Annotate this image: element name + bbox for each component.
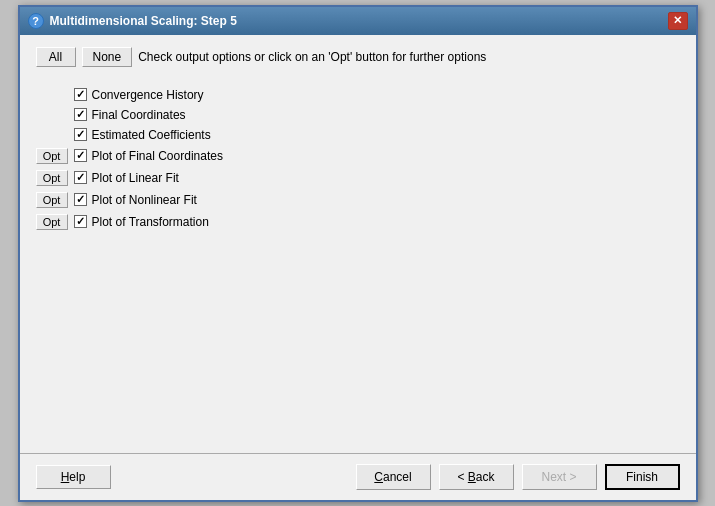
options-area: Convergence History Final Coordinates Es…: [36, 81, 680, 321]
spacer: [20, 333, 696, 453]
plot-nonlinear-fit-checkbox-container: Plot of Nonlinear Fit: [74, 193, 197, 207]
final-coordinates-label: Final Coordinates: [92, 108, 186, 122]
finish-button[interactable]: Finish: [605, 464, 680, 490]
back-button[interactable]: < Back: [439, 464, 514, 490]
plot-transformation-checkbox-container: Plot of Transformation: [74, 215, 209, 229]
option-row-plot-linear-fit: Opt Plot of Linear Fit: [36, 167, 680, 189]
next-button[interactable]: Next >: [522, 464, 597, 490]
footer-right: Cancel < Back Next > Finish: [356, 464, 680, 490]
title-bar: ? Multidimensional Scaling: Step 5 ✕: [20, 7, 696, 35]
estimated-coefficients-checkbox[interactable]: [74, 128, 87, 141]
convergence-history-checkbox[interactable]: [74, 88, 87, 101]
opt-button-plot-transformation[interactable]: Opt: [36, 214, 68, 230]
option-row-convergence-history: Convergence History: [74, 85, 680, 105]
help-button[interactable]: HHelpelp: [36, 465, 111, 489]
plot-linear-fit-checkbox[interactable]: [74, 171, 87, 184]
option-row-plot-nonlinear-fit: Opt Plot of Nonlinear Fit: [36, 189, 680, 211]
opt-button-plot-linear-fit[interactable]: Opt: [36, 170, 68, 186]
plot-transformation-checkbox[interactable]: [74, 215, 87, 228]
estimated-coefficients-checkbox-container: Estimated Coefficients: [74, 128, 211, 142]
option-row-final-coordinates: Final Coordinates: [74, 105, 680, 125]
close-button[interactable]: ✕: [668, 12, 688, 30]
dialog-title: Multidimensional Scaling: Step 5: [50, 14, 237, 28]
dialog-body: All None Check output options or click o…: [20, 35, 696, 333]
option-row-plot-transformation: Opt Plot of Transformation: [36, 211, 680, 233]
final-coordinates-checkbox[interactable]: [74, 108, 87, 121]
final-coordinates-checkbox-container: Final Coordinates: [74, 108, 186, 122]
opt-button-plot-final-coordinates[interactable]: Opt: [36, 148, 68, 164]
plot-final-coordinates-label: Plot of Final Coordinates: [92, 149, 223, 163]
convergence-history-label: Convergence History: [92, 88, 204, 102]
title-bar-left: ? Multidimensional Scaling: Step 5: [28, 13, 237, 29]
plot-transformation-label: Plot of Transformation: [92, 215, 209, 229]
plot-final-coordinates-checkbox-container: Plot of Final Coordinates: [74, 149, 223, 163]
estimated-coefficients-label: Estimated Coefficients: [92, 128, 211, 142]
footer: HHelpelp Cancel < Back Next > Finish: [20, 453, 696, 500]
plot-linear-fit-checkbox-container: Plot of Linear Fit: [74, 171, 179, 185]
plot-final-coordinates-checkbox[interactable]: [74, 149, 87, 162]
option-row-estimated-coefficients: Estimated Coefficients: [74, 125, 680, 145]
plot-nonlinear-fit-label: Plot of Nonlinear Fit: [92, 193, 197, 207]
footer-left: HHelpelp: [36, 465, 111, 489]
instruction-text: Check output options or click on an 'Opt…: [138, 50, 486, 64]
dialog-window: ? Multidimensional Scaling: Step 5 ✕ All…: [18, 5, 698, 502]
opt-button-plot-nonlinear-fit[interactable]: Opt: [36, 192, 68, 208]
convergence-history-checkbox-container: Convergence History: [74, 88, 204, 102]
all-button[interactable]: All: [36, 47, 76, 67]
top-bar: All None Check output options or click o…: [36, 47, 680, 67]
plot-linear-fit-label: Plot of Linear Fit: [92, 171, 179, 185]
dialog-icon: ?: [28, 13, 44, 29]
none-button[interactable]: None: [82, 47, 133, 67]
plot-nonlinear-fit-checkbox[interactable]: [74, 193, 87, 206]
cancel-button[interactable]: Cancel: [356, 464, 431, 490]
option-row-plot-final-coordinates: Opt Plot of Final Coordinates: [36, 145, 680, 167]
